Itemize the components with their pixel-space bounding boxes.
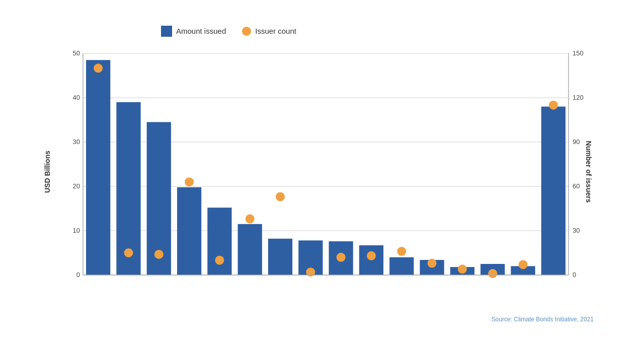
svg-point-31 [215,255,224,264]
svg-text:Singapore: Singapore [499,279,524,280]
svg-rect-36 [268,238,292,275]
svg-rect-48 [389,257,414,275]
svg-point-58 [488,269,497,278]
legend-amount: Amount issued [161,26,226,37]
svg-rect-63 [541,106,566,275]
svg-text:Norway: Norway [383,278,403,280]
svg-point-28 [185,177,194,186]
chart-container: Amount issued Issuer count USD Billions … [20,16,624,328]
svg-text:0: 0 [573,271,576,279]
svg-text:150: 150 [573,49,584,57]
source-text: Source: Climate Bonds Initiative, 2021 [492,316,594,323]
svg-text:Spain: Spain [326,279,342,280]
svg-point-49 [397,247,406,256]
svg-point-61 [519,260,528,269]
svg-text:40: 40 [73,94,80,101]
legend-bar-icon [161,26,172,37]
legend: Amount issued Issuer count [161,26,296,37]
svg-text:China: China [174,279,190,280]
svg-point-19 [94,63,103,73]
svg-text:30: 30 [573,227,580,234]
svg-text:UK: UK [422,278,434,280]
legend-issuer-label: Issuer count [255,27,296,35]
svg-text:France: France [141,279,159,280]
svg-text:0: 0 [76,271,80,279]
svg-text:60: 60 [573,182,580,190]
chart-area: 010203040500306090120150USAGermanyFrance… [60,48,591,280]
svg-rect-27 [177,187,201,275]
svg-text:Netherlands: Netherlands [192,279,221,280]
svg-point-55 [458,264,467,273]
svg-text:10: 10 [73,227,80,234]
chart-svg: 010203040500306090120150USAGermanyFrance… [60,48,591,280]
svg-point-64 [549,100,558,109]
svg-point-37 [276,192,285,201]
svg-text:USA: USA [85,278,100,280]
svg-text:Japan: Japan [264,279,281,280]
svg-text:Germany: Germany [106,278,130,280]
svg-text:Canada: Canada [352,279,372,280]
y-axis-left-label: USD Billions [43,150,51,192]
legend-issuer: Issuer count [242,27,296,36]
svg-text:20: 20 [73,182,80,190]
svg-point-34 [246,214,255,223]
svg-point-43 [337,252,346,261]
svg-text:Chile: Chile [478,279,494,280]
svg-text:Supranational: Supranational [279,279,311,280]
svg-point-46 [367,251,376,260]
svg-point-22 [124,248,133,257]
svg-text:50: 50 [73,49,80,57]
svg-text:90: 90 [573,138,580,146]
svg-rect-33 [238,224,262,275]
svg-point-52 [428,258,437,267]
svg-text:30: 30 [73,138,80,146]
svg-point-25 [154,249,164,258]
svg-text:Italy: Italy [450,278,464,280]
svg-rect-30 [207,208,231,275]
svg-rect-18 [86,60,110,275]
legend-dot-icon [242,27,251,36]
svg-text:Sweden: Sweden [230,279,251,280]
svg-text:120: 120 [573,94,584,101]
legend-amount-label: Amount issued [176,27,226,35]
svg-text:Other: Other [538,279,554,280]
